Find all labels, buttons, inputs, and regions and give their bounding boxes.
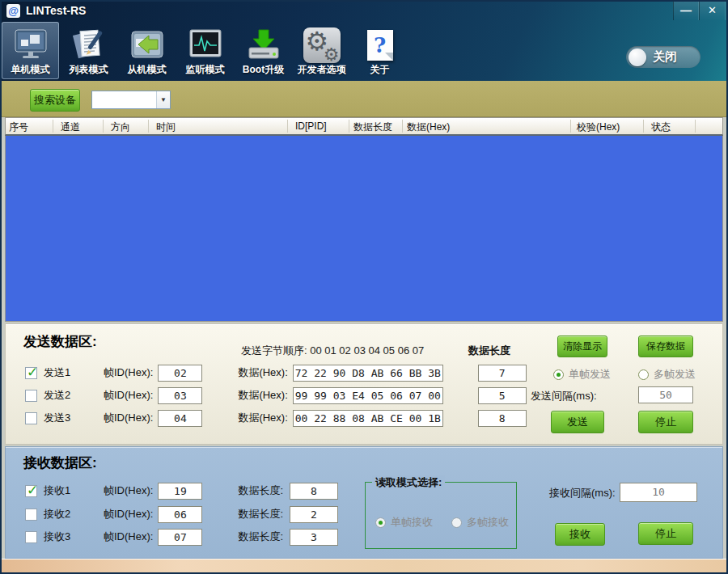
power-toggle[interactable]: 关闭: [626, 46, 700, 68]
log-table-body[interactable]: [5, 136, 723, 322]
data-hex-label: 数据(Hex):: [238, 388, 287, 403]
multi-frame-send-radio[interactable]: 多帧发送: [638, 367, 696, 382]
read-mode-title: 读取模式选择:: [372, 475, 445, 490]
receive3-label: 接收3: [44, 530, 86, 544]
send1-label: 发送1: [44, 365, 86, 380]
app-icon: @: [6, 4, 20, 18]
receive-data-area: 接收数据区: 接收1 帧ID(Hex): 19 数据长度: 8 接收2 帧ID(…: [5, 446, 723, 559]
frame-id-label: 帧ID(Hex):: [104, 411, 153, 425]
toolbar-label: 单机模式: [11, 63, 50, 77]
receive-interval-label: 接收间隔(ms):: [549, 486, 616, 500]
gears-icon: ⚙⚙: [303, 27, 341, 63]
receive2-frame-id-input[interactable]: 06: [158, 506, 202, 523]
send3-length-input[interactable]: 8: [478, 410, 527, 427]
multi-frame-receive-label: 多帧接收: [467, 515, 509, 530]
col-time: 时间: [156, 120, 176, 134]
send1-checkbox[interactable]: [25, 367, 37, 379]
receive2-checkbox[interactable]: [25, 509, 37, 521]
send2-data-input[interactable]: 99 99 03 E4 05 06 07 00: [293, 387, 443, 404]
col-status: 状态: [651, 120, 671, 134]
list-pencil-icon: [70, 27, 108, 63]
close-button[interactable]: ✕: [699, 0, 726, 20]
device-select[interactable]: ▼: [91, 91, 171, 109]
multi-frame-send-label: 多帧发送: [654, 367, 696, 382]
single-frame-receive-radio[interactable]: 单帧接收: [375, 515, 433, 530]
radio-icon: [451, 517, 462, 528]
multi-frame-receive-radio[interactable]: 多帧接收: [451, 515, 509, 530]
toolbar: 单机模式 列表模式: [2, 22, 409, 79]
toolbar-item-slave-mode[interactable]: 从机模式: [118, 22, 176, 79]
top-chrome: @ LINTest-RS — ✕ 单机模式: [0, 0, 728, 81]
col-data-len: 数据长度: [353, 120, 392, 134]
toolbar-label: 监听模式: [186, 63, 225, 77]
send2-length-input[interactable]: 5: [478, 387, 527, 404]
power-toggle-label: 关闭: [653, 49, 677, 65]
single-frame-send-label: 单帧发送: [569, 367, 611, 382]
slave-arrow-icon: [128, 27, 167, 63]
receive3-checkbox[interactable]: [25, 531, 37, 543]
send-interval-input[interactable]: 50: [638, 386, 693, 403]
send1-data-input[interactable]: 72 22 90 D8 AB 66 BB 3B: [293, 365, 443, 382]
send3-label: 发送3: [44, 411, 86, 425]
single-frame-send-radio[interactable]: 单帧发送: [553, 367, 611, 382]
data-length-label: 数据长度:: [238, 507, 283, 521]
receive1-checkbox[interactable]: [25, 485, 37, 497]
frame-id-label: 帧ID(Hex):: [104, 507, 153, 521]
receive-button[interactable]: 接收: [555, 523, 605, 546]
receive3-frame-id-input[interactable]: 07: [158, 529, 202, 546]
send3-data-input[interactable]: 00 22 88 08 AB CE 00 1B: [293, 410, 443, 427]
status-bar: [0, 559, 728, 574]
col-id-pid: ID[PID]: [295, 120, 327, 132]
send-data-area: 发送数据区: 发送字节顺序: 00 01 02 03 04 05 06 07 数…: [5, 323, 723, 445]
send2-frame-id-input[interactable]: 03: [158, 387, 202, 404]
send3-frame-id-input[interactable]: 04: [158, 410, 202, 427]
send3-checkbox[interactable]: [25, 412, 37, 424]
col-direction: 方向: [111, 120, 130, 134]
send2-checkbox[interactable]: [25, 390, 37, 402]
toolbar-label: 从机模式: [128, 63, 167, 77]
search-device-button[interactable]: 搜索设备: [30, 89, 80, 112]
frame-id-label: 帧ID(Hex):: [104, 483, 153, 498]
receive2-label: 接收2: [44, 507, 86, 521]
receive-interval-input[interactable]: 10: [620, 483, 697, 502]
send-button[interactable]: 发送: [551, 411, 604, 433]
receive1-length-input[interactable]: 8: [290, 483, 338, 500]
toolbar-label: 列表模式: [70, 63, 108, 77]
toolbar-item-developer-options[interactable]: ⚙⚙ 开发者选项: [293, 22, 350, 79]
data-length-label: 数据长度:: [238, 530, 283, 544]
receive1-label: 接收1: [44, 483, 86, 498]
receive-area-title: 接收数据区:: [23, 454, 97, 472]
minimize-button[interactable]: —: [673, 0, 699, 20]
toolbar-item-single-mode[interactable]: 单机模式: [2, 22, 59, 79]
toolbar-label: Boot升级: [243, 63, 284, 77]
toolbar-item-boot-upgrade[interactable]: Boot升级: [235, 22, 292, 79]
col-check-hex: 校验(Hex): [577, 120, 620, 134]
receive1-frame-id-input[interactable]: 19: [158, 483, 202, 500]
question-page-icon: ?: [361, 27, 400, 63]
col-seq: 序号: [9, 120, 28, 134]
titlebar: @ LINTest-RS — ✕: [0, 0, 728, 21]
save-data-button[interactable]: 保存数据: [638, 336, 693, 357]
chevron-down-icon: ▼: [156, 91, 170, 108]
receive2-length-input[interactable]: 2: [290, 506, 338, 523]
monitor-icon: [11, 27, 50, 63]
radio-icon: [638, 369, 649, 380]
receive-stop-button[interactable]: 停止: [638, 522, 693, 545]
toolbar-item-listen-mode[interactable]: 监听模式: [176, 22, 234, 79]
frame-id-label: 帧ID(Hex):: [104, 388, 153, 403]
send1-length-input[interactable]: 7: [478, 365, 527, 382]
clear-display-button[interactable]: 清除显示: [557, 336, 607, 357]
single-frame-receive-label: 单帧接收: [391, 515, 433, 530]
toolbar-label: 开发者选项: [298, 63, 346, 77]
toolbar-item-list-mode[interactable]: 列表模式: [60, 22, 117, 79]
send2-label: 发送2: [44, 388, 86, 403]
radio-icon: [375, 517, 386, 528]
receive3-length-input[interactable]: 3: [290, 529, 338, 546]
send1-frame-id-input[interactable]: 02: [158, 365, 202, 382]
toolbar-item-about[interactable]: ? 关于: [351, 22, 408, 79]
oscilloscope-icon: [186, 27, 225, 63]
data-length-header: 数据长度: [468, 344, 510, 358]
send-interval-label: 发送间隔(ms):: [531, 389, 597, 403]
send-stop-button[interactable]: 停止: [638, 411, 693, 433]
data-hex-label: 数据(Hex):: [238, 411, 287, 425]
